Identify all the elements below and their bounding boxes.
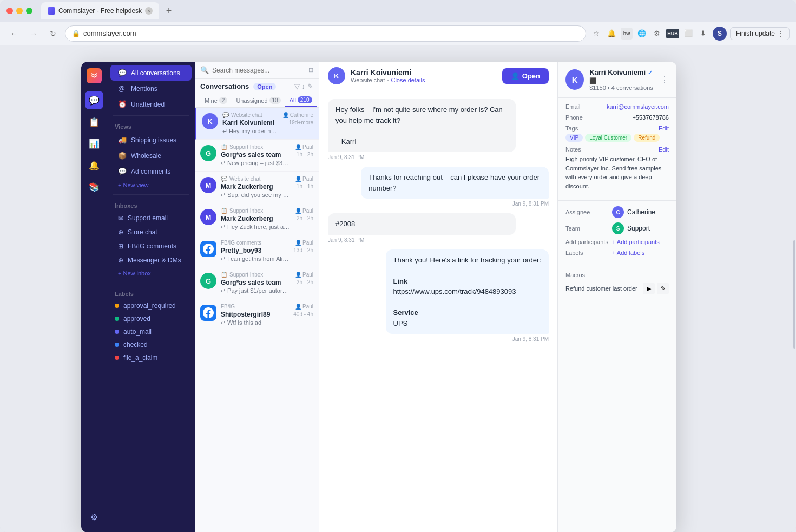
compose-icon[interactable]: ✎	[307, 82, 313, 90]
assignee-icon: 👤	[295, 176, 301, 182]
address-bar[interactable]: 🔒 commslayer.com	[65, 25, 586, 42]
active-tab[interactable]: Commslayer - Free helpdesk ×	[41, 2, 159, 19]
sidebar-inbox-messenger[interactable]: ⊕ Messenger & DMs	[110, 253, 192, 267]
notifications-icon[interactable]: 🔔	[606, 28, 617, 40]
conv-preview-shitposter: ↵ Wtf is this ad	[221, 319, 289, 326]
more-options-icon[interactable]: ⋮	[660, 75, 669, 85]
vpn-icon[interactable]: 🌐	[636, 28, 648, 40]
macro-item[interactable]: Refund customer last order ▶ ✎	[565, 283, 669, 294]
conv-preview-karri: ↵ Hey, my order has not arrived	[222, 128, 278, 135]
notes-row: Notes Edit High priority VIP customer, C…	[565, 146, 669, 191]
sidebar-icon-library[interactable]: 📚	[85, 178, 103, 196]
sidebar-inbox-fb-ig[interactable]: ⊞ FB/IG comments	[110, 239, 192, 253]
close-details-link[interactable]: Close details	[391, 77, 425, 83]
conv-item-shitposter[interactable]: FB/IG Shitpostergirl89 ↵ Wtf is this ad …	[195, 299, 319, 331]
tab-all[interactable]: All 210	[285, 94, 317, 107]
bw-extension-icon[interactable]: bw	[621, 28, 633, 40]
finish-update-button[interactable]: Finish update ⋮	[730, 27, 790, 40]
profile-icon[interactable]: S	[713, 27, 727, 41]
macro-run-icon[interactable]: ▶	[643, 283, 655, 294]
conv-item-mark-1[interactable]: M 💬 Website chat Mark Zuckerberg ↵ Sup, …	[195, 172, 319, 203]
search-input[interactable]	[212, 67, 305, 74]
conv-item-karri[interactable]: K 💬 Website chat Karri Koivuniemi ↵ Hey,…	[195, 108, 319, 140]
tag-loyal: Loyal Customer	[585, 134, 631, 142]
conversations-header: Conversations Open ▽ ↕ ✎	[195, 79, 319, 94]
page-scrollbar[interactable]	[793, 45, 796, 532]
chat-header: K Karri Koivuniemi Website chat · Close …	[319, 62, 557, 90]
sidebar-item-all-conversations[interactable]: 💬 All conversations	[110, 65, 192, 81]
app-container: 💬 📋 📊 🔔 📚 ⚙ 💬 All conversations	[81, 62, 676, 532]
dot-separator: ·	[387, 77, 389, 83]
conv-avatar-shitposter	[200, 305, 216, 321]
sidebar-icon-chat[interactable]: 💬	[85, 91, 103, 109]
tab-unassigned[interactable]: Unassigned 10	[232, 94, 285, 107]
assignee-icon: 👤	[282, 112, 289, 118]
sidebar-icon-reports[interactable]: 📊	[85, 134, 103, 153]
new-view-button[interactable]: + New view	[110, 179, 192, 191]
macro-edit-icon[interactable]: ✎	[657, 283, 669, 294]
team-row: Team S Support	[565, 222, 669, 234]
fb-ig-icon: ⊞	[118, 242, 123, 250]
add-labels-button[interactable]: + Add labels	[612, 249, 644, 256]
sidebar-item-ad-comments[interactable]: 💬 Ad comments	[110, 163, 192, 179]
label-approval-required[interactable]: approval_required	[107, 299, 195, 312]
conv-preview-pretty: ↵ I can get this from Aliexpress	[221, 255, 289, 262]
tags-edit-button[interactable]: Edit	[659, 125, 669, 132]
sidebar-icon-settings[interactable]: ⚙	[85, 508, 103, 526]
conv-right-gorgas2: 👤 Paul 2h - 2h	[295, 272, 313, 285]
mine-count: 2	[219, 97, 228, 104]
conv-meta-mark2: 📋 Support Inbox	[221, 208, 291, 214]
scrollbar-thumb	[793, 240, 795, 349]
extensions-icon[interactable]: ⬜	[682, 28, 694, 40]
close-window-button[interactable]	[6, 8, 13, 14]
back-button[interactable]: ←	[6, 26, 22, 41]
sidebar-item-shipping[interactable]: 🚚 Shipping issues	[110, 132, 192, 148]
bookmark-icon[interactable]: ☆	[590, 28, 602, 40]
minimize-window-button[interactable]	[16, 8, 23, 14]
chat-user-avatar: K	[328, 67, 345, 84]
open-button[interactable]: 👤 Open	[502, 68, 549, 84]
forward-button[interactable]: →	[26, 26, 41, 41]
conv-item-gorgas-2[interactable]: G 📋 Support Inbox Gorg*as sales team ↵ P…	[195, 267, 319, 299]
sidebar-item-mentions[interactable]: @ Mentions	[110, 81, 192, 96]
reload-button[interactable]: ↻	[45, 26, 61, 41]
all-conversations-icon: 💬	[118, 69, 127, 77]
tab-mine[interactable]: Mine 2	[200, 94, 232, 107]
conv-item-pretty[interactable]: FB/IG comments Pretty_boy93 ↵ I can get …	[195, 235, 319, 267]
search-icon: 🔍	[200, 66, 209, 74]
label-dot	[115, 343, 119, 347]
conv-right-shitposter: 👤 Paul 40d - 4h	[293, 304, 313, 317]
label-checked[interactable]: checked	[107, 338, 195, 351]
extension-icon[interactable]: ⚙	[651, 28, 663, 40]
chat-messages[interactable]: Hey folks – I'm not quite sure where my …	[319, 90, 557, 532]
new-inbox-button[interactable]: + New inbox	[110, 267, 192, 279]
conv-body-gorgas2: 📋 Support Inbox Gorg*as sales team ↵ Pay…	[221, 272, 291, 294]
label-file-a-claim[interactable]: file_a_claim	[107, 351, 195, 364]
sidebar-icon-inbox[interactable]: 📋	[85, 113, 103, 131]
sidebar-icon-notifications[interactable]: 🔔	[85, 156, 103, 174]
label-approved[interactable]: approved	[107, 312, 195, 325]
tags-header: Tags Edit	[565, 125, 669, 132]
hub-icon[interactable]: HUB	[666, 29, 679, 38]
fullscreen-window-button[interactable]	[26, 8, 32, 14]
conv-meta-karri: 💬 Website chat	[222, 112, 278, 118]
download-icon[interactable]: ⬇	[698, 28, 709, 40]
sidebar-item-unattended[interactable]: ⏰ Unattended	[110, 96, 192, 112]
browser-content: Commslayer 💬 📋	[0, 45, 796, 532]
conv-item-gorgas-1[interactable]: G 📋 Support Inbox Gorg*as sales team ↵ N…	[195, 140, 319, 172]
new-inbox-label: + New inbox	[118, 270, 151, 277]
conv-item-mark-2[interactable]: M 📋 Support Inbox Mark Zuckerberg ↵ Hey …	[195, 203, 319, 235]
new-tab-button[interactable]: +	[161, 3, 176, 18]
filter-icon[interactable]: ▽	[294, 82, 300, 90]
assignee-icon: 👤	[295, 304, 301, 310]
search-options-icon[interactable]: ⊞	[308, 67, 313, 74]
notes-edit-button[interactable]: Edit	[659, 146, 669, 153]
sidebar-inbox-store-chat[interactable]: ⊕ Store chat	[110, 225, 192, 239]
add-participants-button[interactable]: + Add participants	[612, 239, 660, 245]
sidebar-inbox-support-email[interactable]: ✉ Support email	[110, 211, 192, 225]
tab-close-button[interactable]: ×	[145, 7, 153, 15]
label-auto-mail[interactable]: auto_mail	[107, 325, 195, 338]
sort-icon[interactable]: ↕	[302, 82, 306, 90]
conv-avatar-pretty	[200, 241, 216, 257]
sidebar-item-wholesale[interactable]: 📦 Wholesale	[110, 148, 192, 163]
